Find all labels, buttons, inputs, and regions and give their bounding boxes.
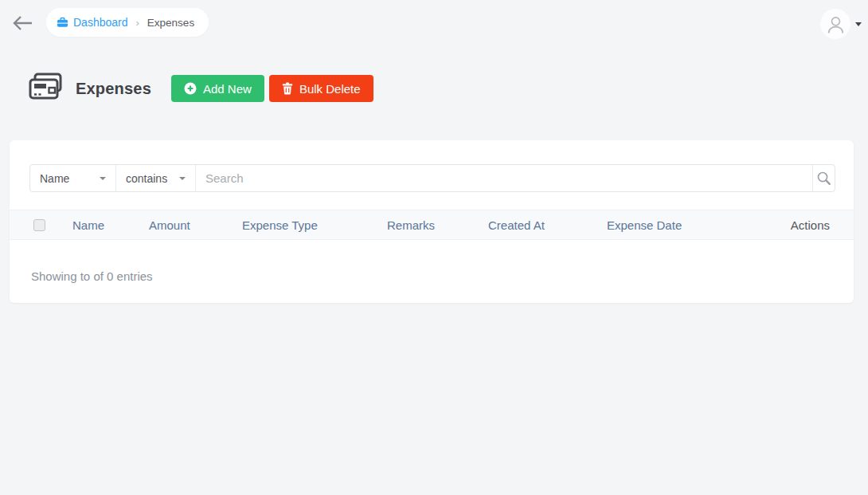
search-button[interactable] xyxy=(812,165,835,191)
bulk-delete-label: Bulk Delete xyxy=(299,82,361,96)
breadcrumb-dashboard-label: Dashboard xyxy=(73,16,128,29)
filter-field-select[interactable]: Name xyxy=(30,165,116,191)
filter-bar: Name contains xyxy=(29,164,835,192)
chevron-down-icon xyxy=(855,22,862,26)
breadcrumb: Dashboard › Expenses xyxy=(46,8,209,37)
filter-operator-select[interactable]: contains xyxy=(116,165,196,191)
back-button[interactable] xyxy=(10,11,35,35)
chevron-down-icon xyxy=(179,177,186,180)
select-all-checkbox[interactable] xyxy=(33,219,45,231)
magnifier-icon xyxy=(815,170,832,187)
plus-circle-icon xyxy=(184,82,197,95)
avatar xyxy=(820,9,850,39)
trash-icon xyxy=(282,82,293,95)
breadcrumb-current: Expenses xyxy=(147,17,194,29)
breadcrumb-separator: › xyxy=(136,17,139,29)
expenses-card: Name contains Name A xyxy=(10,140,854,303)
column-header-actions: Actions xyxy=(726,218,854,232)
arrow-left-icon xyxy=(11,14,33,33)
column-header-expense-type[interactable]: Expense Type xyxy=(242,218,387,232)
column-header-created-at[interactable]: Created At xyxy=(488,218,607,232)
column-header-expense-date[interactable]: Expense Date xyxy=(607,218,726,232)
page-title: Expenses xyxy=(76,80,151,98)
add-new-label: Add New xyxy=(203,82,252,96)
column-header-remarks[interactable]: Remarks xyxy=(387,218,488,232)
person-icon xyxy=(825,14,846,35)
table-header-row: Name Amount Expense Type Remarks Created… xyxy=(10,210,854,240)
expenses-page: Dashboard › Expenses Expense xyxy=(0,0,868,495)
page-header: Expenses Add New Bulk Delete xyxy=(29,73,373,104)
search-input[interactable] xyxy=(196,165,812,191)
breadcrumb-dashboard-link[interactable]: Dashboard xyxy=(57,16,128,29)
chevron-down-icon xyxy=(100,177,106,180)
bulk-delete-button[interactable]: Bulk Delete xyxy=(269,75,373,102)
column-header-amount[interactable]: Amount xyxy=(149,218,242,232)
expense-cards-icon xyxy=(29,73,65,104)
table-summary: Showing to of 0 entries xyxy=(31,269,153,283)
column-header-name[interactable]: Name xyxy=(72,218,149,232)
filter-operator-value: contains xyxy=(126,172,167,185)
briefcase-icon xyxy=(57,17,68,29)
filter-field-value: Name xyxy=(40,172,69,185)
user-menu[interactable] xyxy=(820,9,862,39)
select-all-cell xyxy=(10,219,72,231)
add-new-button[interactable]: Add New xyxy=(171,75,264,102)
